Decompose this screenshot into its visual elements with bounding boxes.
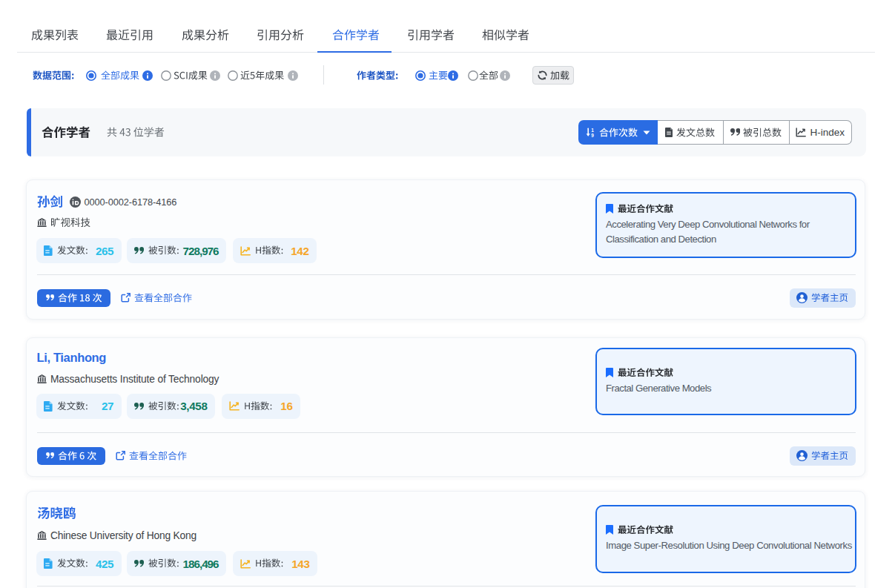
svg-text:9: 9 [591, 133, 594, 137]
